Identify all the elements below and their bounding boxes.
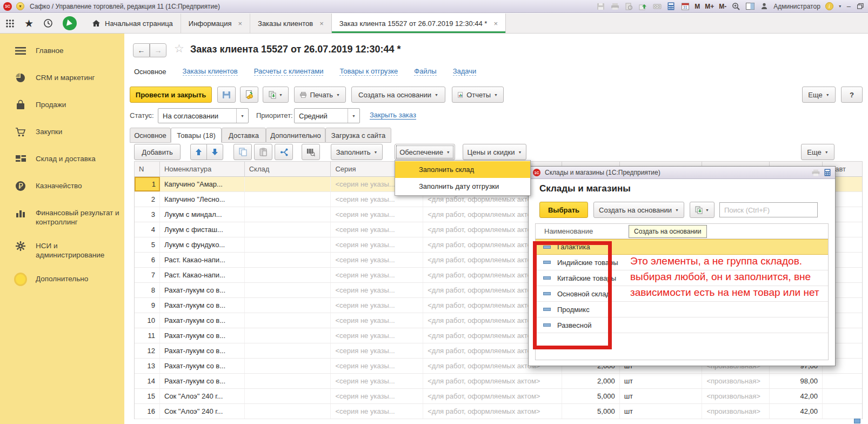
tab-main[interactable]: Основное (130, 128, 171, 143)
create-based-on-button[interactable]: Создать на основании▼ (593, 202, 684, 218)
sidebar-item-sales[interactable]: Продажи (14, 98, 124, 112)
more-button-top[interactable]: Еще▼ (802, 87, 836, 103)
sidebar-item-nsi[interactable]: НСИ и администрирование (14, 240, 124, 260)
home-icon (92, 19, 101, 27)
main-menu-icon[interactable]: ▼ (16, 2, 24, 10)
sidebar-item-extra[interactable]: Дополнительно (14, 273, 124, 287)
tab-customer-orders[interactable]: Заказы клиентов × (250, 14, 331, 33)
navlink-main[interactable]: Основное (134, 68, 166, 76)
memory-m-minus-button[interactable]: M- (719, 3, 726, 10)
zoom-icon[interactable] (731, 2, 740, 11)
menu-item-fill-ship-date[interactable]: Заполнить дату отгрузки (395, 178, 530, 195)
help-button[interactable]: ? (841, 87, 863, 103)
favorite-star-icon[interactable]: ☆ (174, 42, 184, 55)
search-input[interactable]: Поиск (Ctrl+F) (719, 202, 818, 217)
post-document-button[interactable] (240, 87, 258, 103)
close-order-link[interactable]: Закрыть заказ (370, 111, 416, 120)
cell-n: 3 (135, 207, 160, 222)
post-and-close-button[interactable]: Провести и закрыть (130, 87, 212, 103)
move-up-button[interactable] (190, 144, 207, 160)
table-row[interactable]: 15 Сок "Алоэ" 240 г... <серия не указы..… (135, 389, 862, 404)
collaboration-icon[interactable] (63, 16, 77, 30)
cell-nomenclature: Рахат-лукум со в... (160, 359, 245, 373)
sidebar-item-treasury[interactable]: Казначейство (14, 180, 124, 194)
navlink-customer-orders[interactable]: Заказы клиентов (183, 67, 238, 76)
calendar-icon[interactable]: 31 (680, 2, 690, 11)
print-button[interactable]: Печать▼ (294, 87, 346, 103)
calculator-icon[interactable] (824, 169, 831, 176)
sidebar-item-main[interactable]: Главное (14, 44, 124, 58)
cell-n: 7 (135, 268, 160, 282)
more-button-table[interactable]: Еще▼ (801, 144, 834, 160)
minimize-icon[interactable]: – (847, 2, 851, 10)
priority-combo[interactable]: Средний▼ (294, 108, 360, 123)
print-icon[interactable] (610, 2, 619, 11)
supply-button[interactable]: Обеспечение▼ (395, 144, 455, 160)
info-icon[interactable]: i (825, 2, 833, 10)
table-row[interactable]: 14 Рахат-лукум со в... <серия не указы..… (135, 374, 862, 389)
table-row[interactable]: 16 Сок "Алоэ" 240 г... <серия не указы..… (135, 404, 862, 419)
calculator-icon[interactable] (666, 2, 676, 11)
tab-site-upload[interactable]: Загрузка с сайта (325, 128, 391, 143)
sidebar-item-purchases[interactable]: Закупки (14, 125, 124, 140)
col-n[interactable]: N (135, 162, 160, 176)
copy-create-button[interactable]: ▼ (263, 87, 289, 103)
col-nomenclature[interactable]: Номенклатура (160, 162, 245, 176)
tab-information[interactable]: Информация × (181, 14, 250, 33)
history-icon[interactable] (43, 18, 53, 28)
forward-button[interactable]: → (150, 43, 166, 57)
memory-m-plus-button[interactable]: M+ (705, 3, 714, 10)
split-view-icon[interactable] (745, 2, 755, 11)
cell-price-type: <произвольная> (702, 404, 770, 419)
copy-create-button[interactable]: ▼ (690, 202, 715, 218)
menu-item-fill-warehouse[interactable]: Заполнить склад (395, 161, 530, 178)
back-button[interactable]: ← (133, 43, 150, 57)
paste-icon[interactable] (254, 144, 272, 160)
status-combo[interactable]: На согласовании▼ (158, 108, 249, 123)
sidebar-item-warehouse[interactable]: Склад и доставка (14, 153, 124, 167)
copy-icon[interactable] (233, 144, 252, 160)
popup-title: Склады и магазины (1С:Предприятие) (545, 169, 807, 176)
cell-nomenclature: Капучино "Лесно... (160, 192, 245, 207)
tab-delivery[interactable]: Доставка (222, 128, 266, 143)
sidebar-item-finance[interactable]: Финансовый результат и контроллинг (14, 207, 124, 227)
print-preview-icon[interactable] (624, 2, 633, 11)
col-warehouse[interactable]: Склад (245, 162, 331, 176)
export-icon[interactable] (638, 2, 647, 11)
popup-titlebar[interactable]: 1С Склады и магазины (1С:Предприятие) (529, 167, 835, 179)
select-button[interactable]: Выбрать (539, 202, 588, 218)
barcode-icon[interactable] (302, 144, 320, 160)
tab-close-icon[interactable]: × (319, 19, 324, 28)
save-icon[interactable] (596, 2, 605, 11)
tab-home[interactable]: Начальная страница (84, 14, 181, 33)
restore-icon[interactable] (856, 2, 865, 11)
save-button[interactable] (217, 87, 236, 103)
prices-discounts-button[interactable]: Цены и скидки▼ (463, 144, 526, 160)
info-caret-icon[interactable]: ▼ (838, 4, 842, 8)
favorites-star-icon[interactable]: ★ (24, 18, 34, 29)
tab-goods[interactable]: Товары (18) (171, 128, 222, 143)
sidebar-item-crm[interactable]: CRM и маркетинг (14, 71, 124, 85)
fill-button[interactable]: Заполнить▼ (331, 144, 383, 160)
navlink-files[interactable]: Файлы (414, 67, 436, 76)
reports-button[interactable]: Отчеты▼ (452, 87, 504, 103)
move-down-button[interactable] (206, 144, 223, 160)
tab-order-15527[interactable]: Заказ клиента 15527 от 26.07.2019 12:30:… (331, 14, 506, 33)
navlink-tasks[interactable]: Задачи (453, 67, 477, 76)
cell-quantity: 2,000 (562, 374, 620, 388)
tab-close-icon[interactable]: × (493, 19, 498, 28)
current-user[interactable]: Администратор (773, 3, 820, 10)
navlink-settlements[interactable]: Расчеты с клиентами (254, 67, 324, 76)
print-icon[interactable] (812, 169, 820, 176)
add-row-button[interactable]: Добавить (134, 144, 181, 160)
links-icon[interactable] (652, 2, 662, 11)
share-icon[interactable] (275, 144, 293, 160)
navlink-goods-to-ship[interactable]: Товары к отгрузке (339, 67, 398, 76)
cell-nomenclature: Раст. Какао-напи... (160, 253, 245, 267)
table-scrollbar[interactable] (854, 419, 860, 423)
apps-grid-icon[interactable] (5, 19, 15, 28)
memory-m-button[interactable]: M (695, 3, 700, 10)
create-based-on-button[interactable]: Создать на основании▼ (351, 87, 445, 103)
tab-close-icon[interactable]: × (238, 19, 242, 28)
tab-additional[interactable]: Дополнительно (266, 128, 325, 143)
